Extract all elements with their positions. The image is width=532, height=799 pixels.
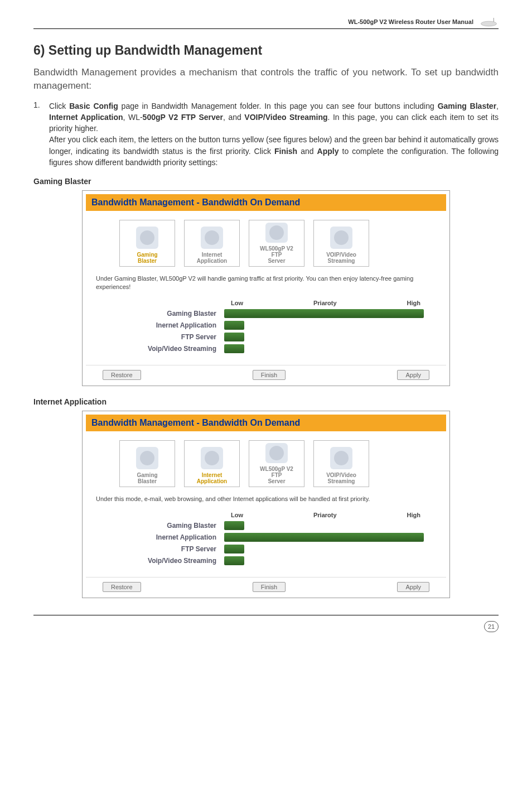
panel-title: Bandwidth Management - Bandwidth On Dema… (86, 415, 446, 431)
svg-point-0 (481, 21, 497, 26)
phone-icon (330, 227, 352, 249)
priority-label: Priaroty (243, 300, 407, 306)
step-number: 1. (33, 100, 40, 109)
intro-paragraph: Bandwidth Management provides a mechanis… (33, 66, 499, 93)
priority-block: Low Priaroty High Gaming Blaster Inernet… (86, 508, 446, 574)
gamepad-icon (136, 227, 158, 249)
priority-row-gaming: Gaming Blaster (119, 309, 424, 318)
router-icon (479, 17, 499, 27)
priority-block: Low Priaroty High Gaming Blaster Inernet… (86, 296, 446, 362)
high-label: High (407, 300, 420, 306)
page-header: WL-500gP V2 Wireless Router User Manual (33, 17, 499, 29)
server-icon (265, 443, 288, 463)
mode-gaming[interactable]: Gaming Blaster (119, 440, 175, 487)
priority-row-ftp: FTP Server (119, 333, 424, 341)
low-label: Low (231, 512, 243, 518)
mode-row: Gaming Blaster Internet Application WL50… (86, 431, 446, 492)
mode-description: Under Gaming Blaster, WL500gP V2 will ha… (86, 271, 446, 296)
section-heading: 6) Setting up Bandwidth Management (33, 43, 499, 58)
priority-row-voip: Voip/Video Streaming (119, 344, 424, 353)
panel-title: Bandwidth Management - Bandwidth On Dema… (86, 194, 446, 211)
button-row: Restore Finish Apply (86, 365, 446, 382)
mode-internet[interactable]: Internet Application (184, 440, 240, 487)
screenshot-internet-application: Bandwidth Management - Bandwidth On Dema… (82, 411, 450, 598)
priority-row-inernet: Inernet Application (119, 321, 424, 330)
restore-button[interactable]: Restore (103, 582, 141, 592)
step-text: Click Basic Config page in Bandwidth Man… (49, 100, 499, 169)
mode-gaming[interactable]: Gaming Blaster (119, 220, 175, 267)
mode-description: Under this mode, e-mail, web browsing, a… (86, 492, 446, 508)
button-row: Restore Finish Apply (86, 577, 446, 594)
mode-ftp[interactable]: WL500gP V2 FTP Server (249, 440, 304, 487)
globe-icon (201, 227, 223, 249)
finish-button[interactable]: Finish (253, 582, 286, 592)
priority-row-ftp: FTP Server (119, 545, 424, 553)
priority-label: Priaroty (243, 512, 407, 518)
step-1: 1. Click Basic Config page in Bandwidth … (33, 100, 499, 169)
globe-icon (201, 447, 223, 469)
high-label: High (407, 512, 420, 518)
finish-button[interactable]: Finish (253, 370, 286, 380)
manual-title: WL-500gP V2 Wireless Router User Manual (348, 18, 473, 25)
low-label: Low (231, 300, 243, 306)
page-number: 21 (484, 621, 499, 632)
priority-row-voip: Voip/Video Streaming (119, 556, 424, 565)
mode-ftp[interactable]: WL500gP V2 FTP Server (249, 220, 304, 267)
page-footer: 21 (33, 615, 499, 632)
priority-row-inernet: Inernet Application (119, 533, 424, 542)
priority-row-gaming: Gaming Blaster (119, 521, 424, 530)
gamepad-icon (136, 447, 158, 469)
server-icon (265, 223, 288, 243)
subhead-gaming: Gaming Blaster (33, 177, 499, 186)
apply-button[interactable]: Apply (397, 370, 429, 380)
restore-button[interactable]: Restore (103, 370, 141, 380)
priority-header: Low Priaroty High (119, 300, 424, 306)
mode-voip[interactable]: VOIP/Video Streaming (313, 440, 369, 487)
mode-internet[interactable]: Internet Application (184, 220, 240, 267)
screenshot-gaming-blaster: Bandwidth Management - Bandwidth On Dema… (82, 190, 450, 386)
apply-button[interactable]: Apply (397, 582, 429, 592)
subhead-internet: Internet Application (33, 397, 499, 406)
mode-row: Gaming Blaster Internet Application WL50… (86, 211, 446, 271)
mode-voip[interactable]: VOIP/Video Streaming (313, 220, 369, 267)
priority-header: Low Priaroty High (119, 512, 424, 518)
phone-icon (330, 447, 352, 469)
